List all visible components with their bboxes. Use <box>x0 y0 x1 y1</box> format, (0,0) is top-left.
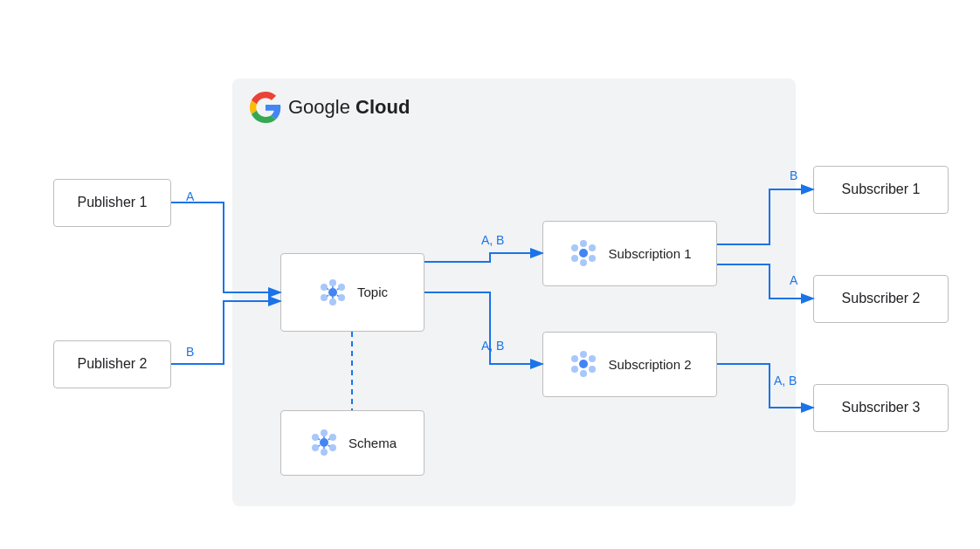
svg-line-23 <box>328 439 330 441</box>
svg-point-5 <box>321 294 328 301</box>
subscriber-3-box: Subscriber 3 <box>813 384 949 432</box>
svg-point-37 <box>589 355 596 362</box>
svg-line-22 <box>318 439 320 441</box>
svg-point-30 <box>589 244 596 251</box>
topic-icon <box>317 277 349 308</box>
svg-line-10 <box>337 288 339 290</box>
svg-point-19 <box>329 444 336 451</box>
svg-line-12 <box>337 295 339 297</box>
subscriber-1-label: Subscriber 1 <box>842 182 921 197</box>
svg-point-2 <box>329 299 336 305</box>
topic-label: Topic <box>357 285 388 299</box>
publisher-1-box: Publisher 1 <box>53 179 171 227</box>
svg-point-18 <box>312 444 319 451</box>
subscriber-2-box: Subscriber 2 <box>813 275 949 323</box>
label-sub2-sr3: A, B <box>774 374 797 388</box>
publisher-1-label: Publisher 1 <box>77 195 147 210</box>
gc-logo-icon <box>250 92 281 123</box>
svg-point-3 <box>321 284 328 291</box>
svg-point-26 <box>579 249 588 257</box>
label-topic-sub2: A, B <box>481 339 504 353</box>
svg-point-39 <box>589 366 596 373</box>
label-pub2-topic: B <box>186 345 194 359</box>
svg-point-38 <box>571 366 578 373</box>
topic-box: Topic <box>280 253 424 332</box>
svg-line-11 <box>327 295 328 297</box>
svg-point-1 <box>329 279 336 286</box>
svg-point-34 <box>580 351 587 358</box>
label-topic-sub1: A, B <box>481 233 504 247</box>
svg-point-33 <box>579 360 588 368</box>
subscription-1-icon <box>568 237 599 269</box>
svg-point-28 <box>580 259 587 266</box>
label-sub1-sr1: B <box>790 168 797 182</box>
svg-point-31 <box>571 255 578 262</box>
svg-point-4 <box>338 284 345 291</box>
gc-logo-text: Google Cloud <box>288 96 410 119</box>
publisher-2-label: Publisher 2 <box>77 356 147 372</box>
subscription-2-box: Subscription 2 <box>542 332 717 397</box>
label-pub1-topic: A <box>186 189 194 203</box>
svg-point-27 <box>580 240 587 247</box>
label-sub1-sr2: A <box>790 273 797 287</box>
subscription-1-label: Subscription 1 <box>608 246 691 261</box>
svg-line-25 <box>328 445 330 447</box>
svg-point-16 <box>312 434 319 441</box>
diagram-container: Google Cloud Publisher 1 Publisher 2 Top… <box>53 31 927 519</box>
schema-box: Schema <box>280 410 424 476</box>
publisher-2-box: Publisher 2 <box>53 340 171 388</box>
subscription-2-icon <box>568 348 599 380</box>
svg-line-9 <box>327 288 328 290</box>
svg-point-15 <box>321 449 328 456</box>
schema-icon <box>308 427 340 458</box>
subscriber-3-label: Subscriber 3 <box>842 400 921 415</box>
svg-point-17 <box>329 434 336 441</box>
svg-line-24 <box>318 445 320 447</box>
svg-point-6 <box>338 294 345 301</box>
svg-point-35 <box>580 370 587 377</box>
schema-label: Schema <box>349 436 397 450</box>
gc-logo: Google Cloud <box>250 92 410 123</box>
subscriber-2-label: Subscriber 2 <box>842 291 921 306</box>
svg-point-36 <box>571 355 578 362</box>
svg-point-0 <box>328 288 337 297</box>
subscription-2-label: Subscription 2 <box>608 357 691 372</box>
subscriber-1-box: Subscriber 1 <box>813 166 949 214</box>
svg-point-14 <box>321 429 328 436</box>
svg-point-32 <box>589 255 596 262</box>
svg-point-13 <box>320 438 328 447</box>
subscription-1-box: Subscription 1 <box>542 221 717 286</box>
svg-point-29 <box>571 244 578 251</box>
